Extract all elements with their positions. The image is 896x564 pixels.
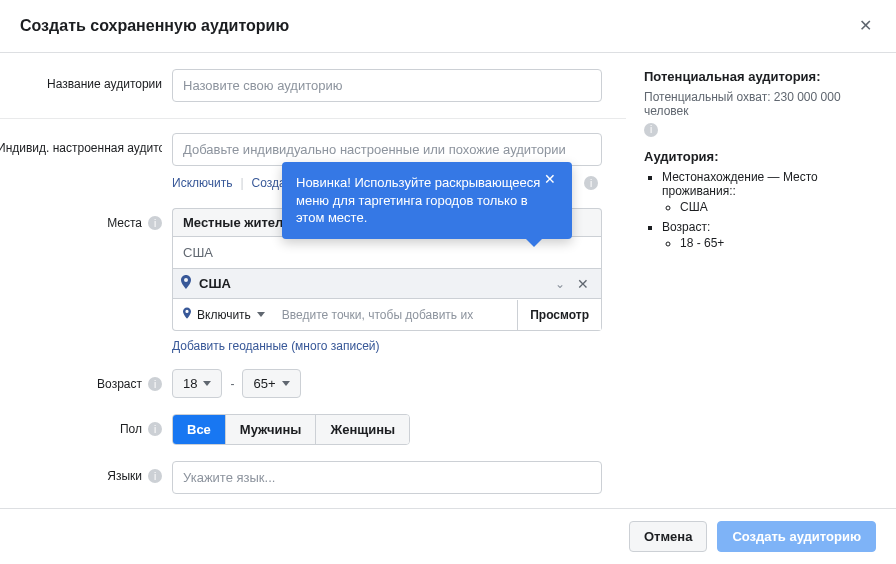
places-input-row: Включить Просмотр	[172, 299, 602, 331]
label-age: Возраст	[97, 377, 142, 391]
age-min-value: 18	[183, 376, 197, 391]
criteria-location-label: Местонахождение — Место проживания::	[662, 170, 818, 198]
close-icon[interactable]: ✕	[855, 14, 876, 38]
audience-name-input[interactable]	[172, 69, 602, 102]
chevron-down-icon	[282, 381, 290, 386]
browse-button[interactable]: Просмотр	[517, 300, 601, 330]
info-icon: i	[584, 176, 598, 190]
bulk-geo-link-row: Добавить геоданные (много записей)	[172, 339, 602, 353]
label-places: Места	[107, 216, 142, 230]
create-audience-dialog: Создать сохраненную аудиторию ✕ Название…	[0, 0, 896, 564]
criteria-age-value: 18 - 65+	[680, 236, 876, 250]
info-icon: i	[148, 469, 162, 483]
remove-location-icon[interactable]: ✕	[573, 276, 593, 292]
gender-all-button[interactable]: Все	[173, 415, 226, 444]
exclude-link[interactable]: Исключить	[172, 176, 232, 190]
age-max-value: 65+	[253, 376, 275, 391]
sidebar: Потенциальная аудитория: Потенциальный о…	[636, 53, 896, 508]
dialog-header: Создать сохраненную аудиторию ✕	[0, 0, 896, 53]
info-icon: i	[644, 123, 658, 137]
cancel-button[interactable]: Отмена	[629, 521, 707, 552]
row-places: Места i ✕ Новинка! Используйте раскрываю…	[0, 208, 626, 353]
location-chip-label: США	[199, 276, 547, 291]
row-gender: Пол i Все Мужчины Женщины	[0, 414, 626, 445]
age-max-dropdown[interactable]: 65+	[242, 369, 300, 398]
languages-input[interactable]	[172, 461, 602, 494]
include-label: Включить	[197, 308, 251, 322]
criteria-age: Возраст: 18 - 65+	[662, 220, 876, 250]
gender-toggle-group: Все Мужчины Женщины	[172, 414, 410, 445]
include-dropdown[interactable]: Включить	[173, 299, 276, 330]
places-group: США ⌄ ✕	[172, 269, 602, 299]
row-age: Возраст i 18 - 65+	[0, 369, 626, 398]
potential-heading: Потенциальная аудитория:	[644, 69, 876, 84]
form-column: Название аудитории Индивид. настроенная …	[0, 53, 636, 508]
gender-men-button[interactable]: Мужчины	[226, 415, 317, 444]
dialog-title: Создать сохраненную аудиторию	[20, 17, 289, 35]
separator: |	[240, 176, 243, 190]
bulk-geo-link[interactable]: Добавить геоданные (много записей)	[172, 339, 380, 353]
residents-dropdown-label: Местные жители	[183, 215, 291, 230]
info-icon: i	[148, 377, 162, 391]
label-gender: Пол	[120, 422, 142, 436]
chevron-down-icon[interactable]: ⌄	[555, 277, 565, 291]
criteria-age-label: Возраст:	[662, 220, 710, 234]
pin-icon	[181, 275, 191, 292]
pin-icon	[183, 307, 191, 322]
gender-women-button[interactable]: Женщины	[316, 415, 409, 444]
criteria-location: Местонахождение — Место проживания:: США	[662, 170, 876, 214]
divider	[0, 118, 626, 119]
dropdown-tooltip: ✕ Новинка! Используйте раскрывающееся ме…	[282, 162, 572, 239]
row-languages: Языки i	[0, 461, 626, 494]
create-audience-button[interactable]: Создать аудиторию	[717, 521, 876, 552]
audience-heading: Аудитория:	[644, 149, 876, 164]
label-custom-audience: Индивид. настроенная аудитория	[0, 141, 162, 155]
age-min-dropdown[interactable]: 18	[172, 369, 222, 398]
tooltip-text: Новинка! Используйте раскрывающееся меню…	[296, 175, 540, 225]
tooltip-arrow-icon	[526, 239, 542, 247]
location-input[interactable]	[276, 300, 517, 330]
audience-criteria-list: Местонахождение — Место проживания:: США…	[644, 170, 876, 250]
potential-reach-text: Потенциальный охват: 230 000 000 человек	[644, 90, 876, 118]
label-languages: Языки	[107, 469, 142, 483]
dialog-footer: Отмена Создать аудиторию	[0, 508, 896, 564]
info-icon: i	[148, 216, 162, 230]
row-audience-name: Название аудитории	[0, 69, 626, 102]
location-chip: США ⌄ ✕	[173, 269, 601, 298]
info-icon: i	[148, 422, 162, 436]
chevron-down-icon	[203, 381, 211, 386]
criteria-location-value: США	[680, 200, 876, 214]
dialog-body: Название аудитории Индивид. настроенная …	[0, 53, 896, 508]
tooltip-close-icon[interactable]: ✕	[538, 170, 562, 188]
chevron-down-icon	[257, 312, 265, 317]
age-range-separator: -	[230, 377, 234, 391]
label-audience-name: Название аудитории	[0, 69, 172, 91]
